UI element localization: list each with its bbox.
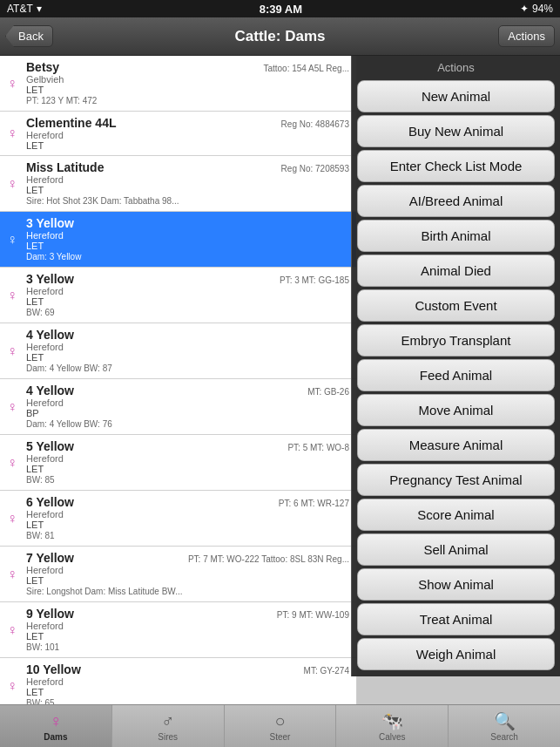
tab-calves[interactable]: 🐄 Calves: [336, 705, 449, 747]
actions-header: Actions: [352, 56, 560, 78]
animal-gender-icon: ♀: [7, 455, 17, 471]
animal-breed: Hereford: [26, 174, 349, 185]
animal-row-top: Betsy Tattoo: 154 A5L Reg...: [26, 60, 349, 74]
status-bar-left: AT&T ▾: [7, 3, 42, 15]
animal-gender-icon: ♀: [7, 678, 17, 694]
animal-gender-icon: ♀: [7, 176, 17, 192]
animal-right-info: PT: 7 MT: WO-222 Tattoo: 8SL 83N Reg...: [188, 554, 349, 564]
tab-dams[interactable]: ♀ Dams: [0, 705, 112, 747]
animal-gender-icon: ♀: [7, 288, 17, 303]
action-button[interactable]: Move Animal: [357, 394, 555, 426]
tab-label: Sires: [158, 732, 178, 742]
animal-status: LET: [26, 631, 349, 642]
animal-gender-icon: ♀: [7, 232, 17, 248]
animal-row[interactable]: ♀ 9 Yellow PT: 9 MT: WW-109 Hereford LET…: [0, 602, 356, 658]
tab-icon: ♀: [49, 711, 62, 731]
action-button[interactable]: Pregnancy Test Animal: [357, 464, 555, 496]
animal-right-info: MT: GY-274: [304, 666, 349, 676]
nav-title: Cattle: Dams: [235, 28, 326, 45]
actions-button[interactable]: Actions: [498, 25, 555, 47]
action-button[interactable]: Weigh Animal: [357, 638, 555, 670]
tab-icon: ○: [274, 711, 285, 731]
animal-name: 6 Yellow: [26, 495, 74, 509]
animal-details: Sire: Longshot Dam: Miss Latitude BW...: [26, 586, 349, 597]
animal-status: LET: [26, 85, 349, 95]
animal-list[interactable]: ♀ Betsy Tattoo: 154 A5L Reg... Gelbvieh …: [0, 56, 357, 704]
action-button[interactable]: Custom Event: [357, 289, 555, 322]
action-button[interactable]: Embryo Transplant: [357, 324, 555, 357]
animal-row[interactable]: ♀ 5 Yellow PT: 5 MT: WO-8 Hereford LET B…: [0, 435, 356, 491]
animal-status: LET: [26, 520, 349, 530]
animal-row[interactable]: ♀ 10 Yellow MT: GY-274 Hereford LET BW: …: [0, 658, 356, 704]
animal-right-info: PT: 6 MT: WR-127: [279, 499, 349, 508]
animal-breed: Hereford: [26, 565, 349, 575]
action-button[interactable]: Buy New Animal: [357, 115, 555, 147]
action-button[interactable]: Measure Animal: [357, 429, 555, 461]
action-button[interactable]: New Animal: [357, 80, 555, 112]
animal-row-top: 6 Yellow PT: 6 MT: WR-127: [26, 495, 349, 509]
animal-details: Dam: 4 Yellow BW: 87: [26, 363, 349, 374]
actions-panel: Actions New AnimalBuy New AnimalEnter Ch…: [351, 56, 560, 676]
animal-breed: Hereford: [26, 130, 349, 140]
animal-row-top: 7 Yellow PT: 7 MT: WO-222 Tattoo: 8SL 83…: [26, 551, 349, 565]
animal-gender-icon: ♀: [7, 126, 17, 141]
action-button[interactable]: Enter Check List Mode: [357, 150, 555, 182]
animal-row[interactable]: ♀ 3 Yellow Hereford LET Dam: 3 Yellow: [0, 212, 356, 268]
action-button[interactable]: Show Animal: [357, 568, 555, 601]
animal-name: 7 Yellow: [26, 551, 74, 565]
animal-name: Clementine 44L: [26, 116, 116, 130]
animal-row[interactable]: ♀ Clementine 44L Reg No: 4884673 Herefor…: [0, 112, 356, 156]
animal-details: BW: 85: [26, 474, 349, 486]
tab-sires[interactable]: ♂ Sires: [112, 705, 225, 747]
action-button[interactable]: Feed Animal: [357, 359, 555, 391]
tab-icon: 🐄: [381, 710, 403, 731]
animal-row[interactable]: ♀ 6 Yellow PT: 6 MT: WR-127 Hereford LET…: [0, 491, 356, 547]
animal-name: Miss Latitude: [26, 160, 104, 174]
action-button[interactable]: Score Animal: [357, 499, 555, 531]
tab-icon: 🔍: [494, 710, 516, 731]
tab-bar: ♀ Dams ♂ Sires ○ Steer 🐄 Calves 🔍 Search: [0, 704, 560, 747]
tab-steer[interactable]: ○ Steer: [225, 705, 337, 747]
animal-gender-icon: ♀: [7, 622, 17, 638]
animal-name: 3 Yellow: [26, 216, 74, 230]
main-content: ♀ Betsy Tattoo: 154 A5L Reg... Gelbvieh …: [0, 56, 560, 704]
animal-breed: Hereford: [26, 230, 349, 241]
action-button[interactable]: Treat Animal: [357, 603, 555, 635]
animal-status: LET: [26, 464, 349, 474]
animal-status: LET: [26, 352, 349, 363]
animal-row[interactable]: ♀ 4 Yellow Hereford LET Dam: 4 Yellow BW…: [0, 323, 356, 379]
animal-row-top: Clementine 44L Reg No: 4884673: [26, 116, 349, 130]
animal-row[interactable]: ♀ Betsy Tattoo: 154 A5L Reg... Gelbvieh …: [0, 56, 356, 112]
nav-bar: Back Cattle: Dams Actions: [0, 17, 560, 56]
animal-gender-icon: ♀: [7, 511, 17, 526]
status-bar-right: ✦ 94%: [520, 3, 553, 15]
animal-right-info: PT: 3 MT: GG-185: [280, 275, 349, 285]
animal-right-info: Reg No: 4884673: [281, 119, 349, 129]
animal-details: BW: 69: [26, 307, 349, 318]
animal-row-top: 10 Yellow MT: GY-274: [26, 662, 349, 676]
action-button[interactable]: Animal Died: [357, 255, 555, 287]
animal-row[interactable]: ♀ 4 Yellow MT: GB-26 Hereford BP Dam: 4 …: [0, 379, 356, 435]
animal-row[interactable]: ♀ 3 Yellow PT: 3 MT: GG-185 Hereford LET…: [0, 268, 356, 323]
animal-breed: Hereford: [26, 286, 349, 296]
animal-status: LET: [26, 185, 349, 195]
animal-gender-icon: ♀: [7, 567, 17, 582]
action-button[interactable]: Sell Animal: [357, 533, 555, 566]
action-button[interactable]: Birth Animal: [357, 220, 555, 252]
animal-right-info: PT: 9 MT: WW-109: [277, 610, 349, 620]
back-button[interactable]: Back: [5, 25, 53, 47]
battery-label: 94%: [532, 3, 553, 15]
animal-row[interactable]: ♀ 7 Yellow PT: 7 MT: WO-222 Tattoo: 8SL …: [0, 547, 356, 602]
animal-name: 4 Yellow: [26, 384, 74, 397]
animal-right-info: Tattoo: 154 A5L Reg...: [263, 64, 349, 73]
animal-row-top: 5 Yellow PT: 5 MT: WO-8: [26, 439, 349, 453]
animal-right-info: PT: 5 MT: WO-8: [287, 443, 349, 452]
animal-name: Betsy: [26, 60, 59, 74]
action-button[interactable]: AI/Breed Animal: [357, 185, 555, 217]
tab-label: Search: [490, 732, 518, 742]
tab-search[interactable]: 🔍 Search: [449, 705, 560, 747]
tab-icon: ♂: [161, 711, 174, 731]
animal-row-top: 3 Yellow: [26, 216, 349, 230]
animal-breed: Gelbvieh: [26, 74, 349, 85]
animal-row[interactable]: ♀ Miss Latitude Reg No: 7208593 Hereford…: [0, 156, 356, 212]
